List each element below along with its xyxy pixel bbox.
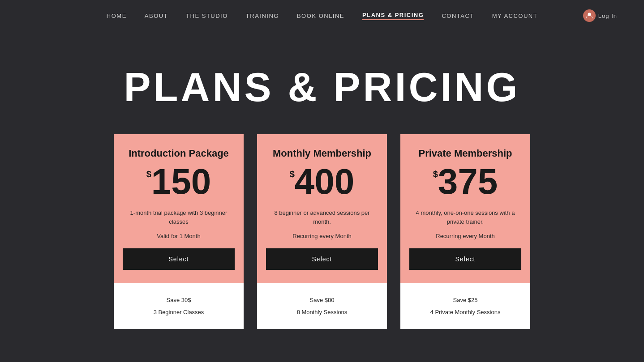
nav-home[interactable]: HOME [107,13,127,19]
private-card-top: Private Membership $ 375 4 monthly, one-… [400,134,530,283]
page-title-section: PLANS & PRICING [0,31,644,134]
intro-card-bottom: Save 30$ 3 Beginner Classes [114,283,244,329]
nav-contact[interactable]: CONTACT [442,13,474,19]
intro-currency: $ [146,169,151,179]
monthly-price-row: $ 400 [290,164,355,200]
private-currency: $ [433,169,438,179]
intro-card-title: Introduction Package [129,148,229,159]
main-nav: HOME ABOUT THE STUDIO TRAINING BOOK ONLI… [0,0,644,31]
intro-description: 1-month trial package with 3 beginner cl… [123,209,235,226]
monthly-card-bottom: Save $80 8 Monthly Sessions [257,283,387,329]
monthly-validity: Recurring every Month [292,233,352,239]
monthly-card-title: Monthly Membership [273,148,371,159]
intro-package-card: Introduction Package $ 150 1-month trial… [114,134,244,329]
private-card-bottom: Save $25 4 Private Monthly Sessions [400,283,530,329]
nav-plans-pricing[interactable]: PLANS & PRICING [362,12,424,20]
monthly-description: 8 beginner or advanced sessions per mont… [266,209,378,226]
private-select-button[interactable]: Select [409,248,521,270]
login-label: Log In [598,13,617,19]
private-features: 4 Private Monthly Sessions [430,309,501,315]
intro-card-top: Introduction Package $ 150 1-month trial… [114,134,244,283]
pricing-cards-section: Introduction Package $ 150 1-month trial… [0,134,644,329]
account-icon [583,9,596,22]
nav-book-online[interactable]: BOOK ONLINE [297,13,344,19]
private-validity: Recurring every Month [436,233,495,239]
nav-the-studio[interactable]: THE STUDIO [186,13,228,19]
private-card-title: Private Membership [418,148,512,159]
nav-about[interactable]: ABOUT [145,13,168,19]
private-price: 375 [438,164,498,200]
login-button[interactable]: Log In [583,9,617,22]
monthly-membership-card: Monthly Membership $ 400 8 beginner or a… [257,134,387,329]
nav-training[interactable]: TRAINING [246,13,279,19]
monthly-features: 8 Monthly Sessions [297,309,348,315]
private-membership-card: Private Membership $ 375 4 monthly, one-… [400,134,530,329]
monthly-card-top: Monthly Membership $ 400 8 beginner or a… [257,134,387,283]
nav-my-account[interactable]: MY ACCOUNT [492,13,537,19]
intro-save-text: Save 30$ [167,297,191,303]
private-price-row: $ 375 [433,164,498,200]
intro-select-button[interactable]: Select [123,248,235,270]
monthly-price: 400 [295,164,354,200]
intro-price: 150 [151,164,211,200]
intro-features: 3 Beginner Classes [154,309,204,315]
monthly-currency: $ [290,169,295,179]
private-save-text: Save $25 [453,297,478,303]
monthly-save-text: Save $80 [310,297,335,303]
monthly-select-button[interactable]: Select [266,248,378,270]
intro-validity: Valid for 1 Month [157,233,200,239]
private-description: 4 monthly, one-on-one sessions with a pr… [409,209,521,226]
page-title: PLANS & PRICING [0,67,644,107]
intro-price-row: $ 150 [146,164,211,200]
